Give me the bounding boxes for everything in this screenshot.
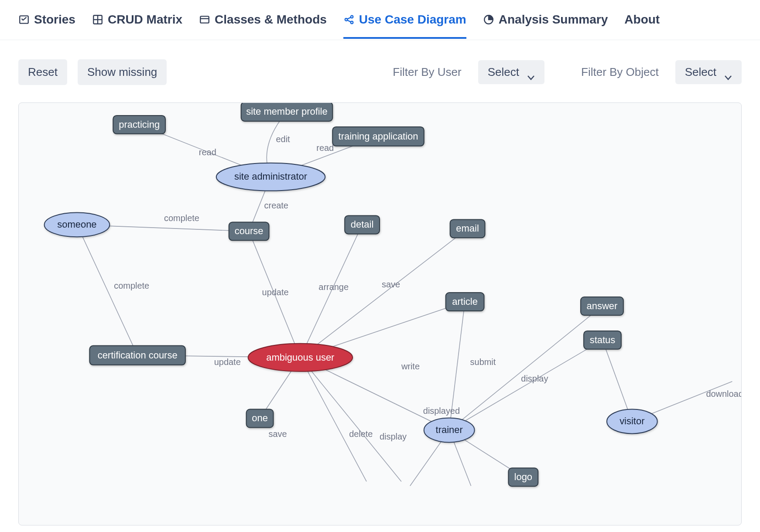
svg-text:email: email [456, 223, 479, 234]
object-node-logo[interactable]: logo [508, 468, 538, 486]
share-icon [343, 14, 355, 25]
object-node-site_member_profile[interactable]: site member profile [241, 103, 333, 121]
edge-label: complete [114, 281, 149, 290]
reset-button[interactable]: Reset [18, 59, 67, 85]
svg-rect-4 [200, 16, 209, 23]
filter-user-select[interactable]: Select [478, 60, 544, 84]
diagram-canvas[interactable]: practicingsite member profiletraining ap… [18, 102, 742, 525]
filter-object-select[interactable]: Select [675, 60, 742, 84]
svg-text:trainer: trainer [436, 424, 463, 435]
actor-node-ambiguous[interactable]: ambiguous user [248, 344, 353, 372]
edge-label: read [199, 147, 216, 157]
edge-label: download [706, 389, 741, 399]
object-node-course[interactable]: course [229, 222, 269, 240]
diagram-edge [300, 358, 366, 481]
svg-text:status: status [590, 334, 616, 345]
edge-label: save [269, 429, 287, 439]
svg-text:someone: someone [57, 219, 96, 230]
object-node-training_app[interactable]: training application [332, 127, 424, 146]
svg-text:one: one [252, 413, 268, 423]
object-node-one[interactable]: one [246, 409, 274, 428]
diagram-edge [300, 228, 467, 357]
svg-text:practicing: practicing [119, 119, 160, 130]
tab-about[interactable]: About [624, 13, 660, 39]
stories-icon [18, 14, 30, 25]
svg-text:logo: logo [514, 471, 532, 482]
filter-object-label: Filter By Object [581, 65, 659, 79]
tab-classes[interactable]: Classes & Methods [199, 13, 327, 39]
edge-label: edit [276, 134, 290, 144]
object-node-detail[interactable]: detail [345, 215, 380, 234]
tab-crud[interactable]: CRUD Matrix [92, 13, 182, 39]
toolbar: Reset Show missing Filter By User Select… [0, 40, 760, 85]
object-node-answer[interactable]: answer [581, 297, 623, 315]
edge-label: delete [349, 429, 373, 439]
object-node-article[interactable]: article [446, 293, 484, 311]
select-value: Select [685, 65, 716, 79]
edge-label: submit [470, 357, 496, 367]
svg-line-9 [347, 17, 351, 19]
pie-icon [483, 14, 494, 25]
actor-node-site_admin[interactable]: site administrator [216, 163, 325, 191]
tab-stories[interactable]: Stories [18, 13, 75, 39]
filter-user-label: Filter By User [393, 65, 461, 79]
actor-node-someone[interactable]: someone [45, 212, 110, 237]
object-node-email[interactable]: email [450, 219, 485, 238]
edge-label: create [264, 201, 288, 210]
chevron-down-icon [527, 70, 535, 75]
svg-text:site member profile: site member profile [246, 106, 328, 117]
edge-label: displayed [423, 406, 460, 416]
edge-label: display [380, 432, 407, 441]
diagram-edge [449, 306, 602, 430]
select-value: Select [488, 65, 519, 79]
usecase-svg: practicingsite member profiletraining ap… [19, 103, 741, 525]
svg-text:article: article [452, 296, 478, 307]
diagram-edge [449, 340, 603, 430]
svg-text:visitor: visitor [620, 416, 644, 426]
edge-label: display [521, 374, 548, 383]
edge-label: update [262, 287, 289, 297]
actor-node-trainer[interactable]: trainer [424, 418, 475, 443]
svg-text:site administrator: site administrator [234, 171, 307, 182]
show-missing-button[interactable]: Show missing [78, 59, 167, 85]
diagram-edge [300, 358, 401, 481]
edge-label: update [214, 357, 241, 367]
edge-label: arrange [318, 282, 349, 292]
tab-label: Use Case Diagram [359, 13, 466, 27]
object-node-cert_course[interactable]: certification course [89, 346, 185, 365]
object-node-practicing[interactable]: practicing [113, 116, 165, 134]
svg-text:answer: answer [587, 300, 618, 311]
edge-label: save [382, 280, 400, 289]
object-node-status[interactable]: status [584, 331, 621, 349]
edge-label: read [316, 143, 334, 153]
edge-label: write [401, 361, 420, 371]
tab-bar: Stories CRUD Matrix Classes & Methods [0, 0, 760, 40]
tab-label: Analysis Summary [499, 13, 608, 27]
svg-text:ambiguous user: ambiguous user [266, 352, 334, 363]
tab-label: CRUD Matrix [108, 13, 182, 27]
tab-label: Stories [34, 13, 75, 27]
grid-icon [92, 14, 103, 25]
chevron-down-icon [724, 70, 732, 75]
svg-text:course: course [235, 225, 264, 236]
svg-text:training application: training application [339, 131, 418, 142]
actor-node-visitor[interactable]: visitor [607, 409, 657, 434]
window-icon [199, 14, 210, 25]
svg-text:detail: detail [351, 219, 373, 230]
tab-label: About [624, 13, 660, 27]
tab-usecase[interactable]: Use Case Diagram [343, 13, 466, 39]
svg-line-10 [347, 20, 351, 22]
svg-text:certification course: certification course [98, 350, 178, 361]
tab-summary[interactable]: Analysis Summary [483, 13, 608, 39]
tab-label: Classes & Methods [215, 13, 327, 27]
edge-label: complete [164, 213, 199, 223]
